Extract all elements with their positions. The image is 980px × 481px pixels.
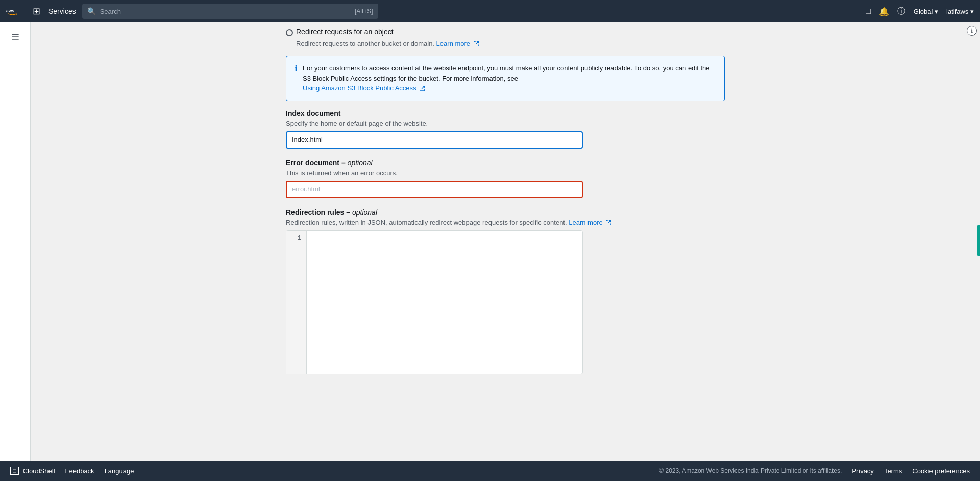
redirect-rules-learn-more-link[interactable]: Learn more [569,219,611,226]
cloudshell-icon[interactable]: □ [866,7,871,16]
copyright-text: © 2023, Amazon Web Services India Privat… [659,467,842,474]
bottom-right: © 2023, Amazon Web Services India Privat… [659,467,970,475]
services-label[interactable]: Services [48,7,76,15]
sidebar: ☰ [0,22,31,461]
region-selector[interactable]: Global ▾ [914,8,938,15]
redirect-dash: – [346,208,352,217]
redirection-rules-desc: Redirection rules, written in JSON, auto… [286,219,725,226]
search-shortcut: [Alt+S] [355,8,373,15]
public-access-external-icon [420,86,425,91]
cloudshell-icon-bottom: □ [10,467,19,475]
nav-right: □ 🔔 ⓘ Global ▾ latifaws ▾ [866,6,974,17]
page-content: Redirect requests for an object Redirect… [276,22,735,405]
main-layout: ☰ Redirect requests for an object Redire… [0,22,980,461]
info-box-text: For your customers to access content at … [303,63,716,93]
search-icon: 🔍 [87,7,96,15]
redirect-partial-desc: Redirect requests to another bucket or d… [296,40,434,47]
error-document-label: Error document – optional [286,159,725,167]
aws-logo[interactable]: aws [6,5,24,17]
line-number-1: 1 [291,235,301,242]
info-box-icon: ℹ [295,64,298,74]
info-circle-button[interactable]: ℹ [967,26,977,36]
code-editor: 1 [286,230,583,374]
error-document-section: Error document – optional This is return… [286,159,725,198]
code-editor-content[interactable] [307,231,582,374]
redirection-rules-label: Redirection rules – optional [286,208,725,217]
code-editor-gutter: 1 [286,231,307,374]
language-link[interactable]: Language [105,467,134,475]
svg-text:aws: aws [6,8,14,13]
redirect-partial-title: Redirect requests for an object [296,28,394,36]
terms-link[interactable]: Terms [884,467,902,475]
radio-button[interactable] [286,29,293,36]
redirect-optional-label: optional [352,208,377,217]
notifications-icon[interactable]: 🔔 [879,7,889,16]
index-document-desc: Specify the home or default page of the … [286,119,725,127]
redirect-partial-section: Redirect requests for an object Redirect… [286,22,725,47]
sidebar-toggle[interactable]: ☰ [7,28,23,47]
info-sidebar: ℹ [967,26,977,36]
bottom-bar: □ CloudShell Feedback Language © 2023, A… [0,461,980,481]
cookie-preferences-link[interactable]: Cookie preferences [912,467,970,475]
error-document-desc: This is returned when an error occurs. [286,169,725,177]
search-input[interactable] [100,8,351,15]
info-box: ℹ For your customers to access content a… [286,56,725,101]
error-optional-label: optional [348,159,373,167]
search-bar[interactable]: 🔍 [Alt+S] [82,4,378,19]
privacy-link[interactable]: Privacy [852,467,874,475]
content-area: Redirect requests for an object Redirect… [31,22,980,461]
redirect-learn-more-icon [606,220,611,226]
cloudshell-button[interactable]: □ CloudShell [10,467,55,475]
top-navigation: aws ⊞ Services 🔍 [Alt+S] □ 🔔 ⓘ Global ▾ … [0,0,980,22]
redirect-learn-more-link[interactable]: Learn more [436,40,470,47]
scroll-indicator [977,225,980,256]
public-access-link[interactable]: Using Amazon S3 Block Public Access [303,84,425,92]
error-document-input[interactable] [286,181,583,198]
index-document-label: Index document [286,109,725,117]
feedback-link[interactable]: Feedback [65,467,94,475]
grid-icon[interactable]: ⊞ [31,4,42,19]
external-link-icon [474,41,479,47]
index-document-section: Index document Specify the home or defau… [286,109,725,149]
redirection-rules-section: Redirection rules – optional Redirection… [286,208,725,374]
help-icon[interactable]: ⓘ [897,6,905,17]
index-document-input[interactable] [286,131,583,149]
user-menu[interactable]: latifaws ▾ [946,8,974,15]
error-dash: – [341,159,348,167]
